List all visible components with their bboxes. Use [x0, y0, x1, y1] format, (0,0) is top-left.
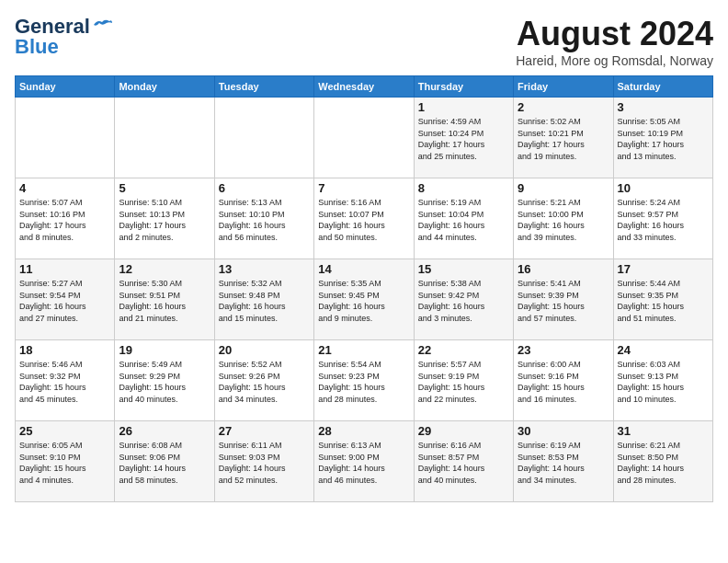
- day-number: 6: [219, 181, 310, 195]
- day-number: 10: [618, 181, 709, 195]
- day-cell: 5Sunrise: 5:10 AM Sunset: 10:13 PM Dayli…: [115, 178, 214, 259]
- day-number: 3: [618, 100, 709, 114]
- day-number: 18: [19, 343, 110, 357]
- day-cell: 7Sunrise: 5:16 AM Sunset: 10:07 PM Dayli…: [314, 178, 414, 259]
- day-cell: 8Sunrise: 5:19 AM Sunset: 10:04 PM Dayli…: [414, 178, 513, 259]
- day-details: Sunrise: 5:27 AM Sunset: 9:54 PM Dayligh…: [19, 278, 110, 324]
- day-cell: 22Sunrise: 5:57 AM Sunset: 9:19 PM Dayli…: [414, 340, 513, 421]
- day-details: Sunrise: 6:03 AM Sunset: 9:13 PM Dayligh…: [618, 359, 709, 405]
- day-cell: 31Sunrise: 6:21 AM Sunset: 8:50 PM Dayli…: [613, 421, 712, 502]
- day-details: Sunrise: 5:44 AM Sunset: 9:35 PM Dayligh…: [618, 278, 709, 324]
- weekday-header-thursday: Thursday: [414, 76, 513, 98]
- logo: General Blue: [15, 15, 112, 59]
- day-details: Sunrise: 4:59 AM Sunset: 10:24 PM Daylig…: [418, 116, 509, 162]
- day-number: 24: [618, 343, 709, 357]
- day-details: Sunrise: 5:49 AM Sunset: 9:29 PM Dayligh…: [119, 359, 210, 405]
- day-number: 9: [518, 181, 609, 195]
- day-cell: 18Sunrise: 5:46 AM Sunset: 9:32 PM Dayli…: [16, 340, 115, 421]
- day-details: Sunrise: 5:32 AM Sunset: 9:48 PM Dayligh…: [219, 278, 310, 324]
- day-number: 17: [618, 262, 709, 276]
- weekday-header-saturday: Saturday: [613, 76, 712, 98]
- day-cell: 21Sunrise: 5:54 AM Sunset: 9:23 PM Dayli…: [314, 340, 414, 421]
- day-details: Sunrise: 5:02 AM Sunset: 10:21 PM Daylig…: [518, 116, 609, 162]
- day-number: 22: [418, 343, 509, 357]
- day-cell: 27Sunrise: 6:11 AM Sunset: 9:03 PM Dayli…: [214, 421, 313, 502]
- day-details: Sunrise: 5:30 AM Sunset: 9:51 PM Dayligh…: [119, 278, 210, 324]
- day-details: Sunrise: 6:08 AM Sunset: 9:06 PM Dayligh…: [119, 440, 210, 486]
- day-cell: [314, 98, 414, 178]
- day-details: Sunrise: 5:05 AM Sunset: 10:19 PM Daylig…: [618, 116, 709, 162]
- week-row-4: 18Sunrise: 5:46 AM Sunset: 9:32 PM Dayli…: [16, 340, 713, 421]
- day-details: Sunrise: 5:46 AM Sunset: 9:32 PM Dayligh…: [19, 359, 110, 405]
- day-cell: 16Sunrise: 5:41 AM Sunset: 9:39 PM Dayli…: [514, 259, 613, 340]
- day-number: 11: [19, 262, 110, 276]
- month-year-title: August 2024: [516, 15, 713, 53]
- day-cell: 2Sunrise: 5:02 AM Sunset: 10:21 PM Dayli…: [514, 98, 613, 178]
- day-number: 20: [219, 343, 310, 357]
- day-cell: 13Sunrise: 5:32 AM Sunset: 9:48 PM Dayli…: [214, 259, 313, 340]
- day-cell: 15Sunrise: 5:38 AM Sunset: 9:42 PM Dayli…: [414, 259, 513, 340]
- weekday-header-monday: Monday: [115, 76, 214, 98]
- day-details: Sunrise: 5:07 AM Sunset: 10:16 PM Daylig…: [19, 197, 110, 243]
- day-details: Sunrise: 5:41 AM Sunset: 9:39 PM Dayligh…: [518, 278, 609, 324]
- day-cell: 29Sunrise: 6:16 AM Sunset: 8:57 PM Dayli…: [414, 421, 513, 502]
- day-details: Sunrise: 5:21 AM Sunset: 10:00 PM Daylig…: [518, 197, 609, 243]
- day-number: 5: [119, 181, 210, 195]
- day-number: 8: [418, 181, 509, 195]
- day-cell: 1Sunrise: 4:59 AM Sunset: 10:24 PM Dayli…: [414, 98, 513, 178]
- day-cell: 3Sunrise: 5:05 AM Sunset: 10:19 PM Dayli…: [613, 98, 712, 178]
- day-number: 2: [518, 100, 609, 114]
- day-number: 15: [418, 262, 509, 276]
- day-cell: 6Sunrise: 5:13 AM Sunset: 10:10 PM Dayli…: [214, 178, 313, 259]
- day-number: 28: [318, 424, 409, 438]
- day-number: 1: [418, 100, 509, 114]
- week-row-2: 4Sunrise: 5:07 AM Sunset: 10:16 PM Dayli…: [16, 178, 713, 259]
- day-details: Sunrise: 5:10 AM Sunset: 10:13 PM Daylig…: [119, 197, 210, 243]
- day-number: 16: [518, 262, 609, 276]
- day-details: Sunrise: 5:57 AM Sunset: 9:19 PM Dayligh…: [418, 359, 509, 405]
- logo-bird-icon: [92, 17, 112, 32]
- day-details: Sunrise: 6:19 AM Sunset: 8:53 PM Dayligh…: [518, 440, 609, 486]
- day-details: Sunrise: 5:52 AM Sunset: 9:26 PM Dayligh…: [219, 359, 310, 405]
- day-details: Sunrise: 6:21 AM Sunset: 8:50 PM Dayligh…: [618, 440, 709, 486]
- day-cell: 26Sunrise: 6:08 AM Sunset: 9:06 PM Dayli…: [115, 421, 214, 502]
- day-number: 12: [119, 262, 210, 276]
- day-details: Sunrise: 5:19 AM Sunset: 10:04 PM Daylig…: [418, 197, 509, 243]
- location-subtitle: Hareid, More og Romsdal, Norway: [516, 53, 713, 68]
- logo-blue: Blue: [15, 35, 59, 59]
- week-row-3: 11Sunrise: 5:27 AM Sunset: 9:54 PM Dayli…: [16, 259, 713, 340]
- week-row-1: 1Sunrise: 4:59 AM Sunset: 10:24 PM Dayli…: [16, 98, 713, 178]
- day-number: 19: [119, 343, 210, 357]
- day-cell: 12Sunrise: 5:30 AM Sunset: 9:51 PM Dayli…: [115, 259, 214, 340]
- day-details: Sunrise: 5:13 AM Sunset: 10:10 PM Daylig…: [219, 197, 310, 243]
- day-cell: 14Sunrise: 5:35 AM Sunset: 9:45 PM Dayli…: [314, 259, 414, 340]
- day-details: Sunrise: 6:16 AM Sunset: 8:57 PM Dayligh…: [418, 440, 509, 486]
- day-cell: 30Sunrise: 6:19 AM Sunset: 8:53 PM Dayli…: [514, 421, 613, 502]
- day-details: Sunrise: 5:54 AM Sunset: 9:23 PM Dayligh…: [318, 359, 409, 405]
- day-number: 25: [19, 424, 110, 438]
- week-row-5: 25Sunrise: 6:05 AM Sunset: 9:10 PM Dayli…: [16, 421, 713, 502]
- day-number: 26: [119, 424, 210, 438]
- day-cell: 9Sunrise: 5:21 AM Sunset: 10:00 PM Dayli…: [514, 178, 613, 259]
- day-number: 30: [518, 424, 609, 438]
- day-cell: 20Sunrise: 5:52 AM Sunset: 9:26 PM Dayli…: [214, 340, 313, 421]
- day-details: Sunrise: 6:00 AM Sunset: 9:16 PM Dayligh…: [518, 359, 609, 405]
- day-details: Sunrise: 6:11 AM Sunset: 9:03 PM Dayligh…: [219, 440, 310, 486]
- day-details: Sunrise: 6:05 AM Sunset: 9:10 PM Dayligh…: [19, 440, 110, 486]
- day-cell: [214, 98, 313, 178]
- day-cell: 28Sunrise: 6:13 AM Sunset: 9:00 PM Dayli…: [314, 421, 414, 502]
- day-details: Sunrise: 5:24 AM Sunset: 9:57 PM Dayligh…: [618, 197, 709, 243]
- day-cell: 24Sunrise: 6:03 AM Sunset: 9:13 PM Dayli…: [613, 340, 712, 421]
- day-details: Sunrise: 5:35 AM Sunset: 9:45 PM Dayligh…: [318, 278, 409, 324]
- day-number: 4: [19, 181, 110, 195]
- day-cell: 17Sunrise: 5:44 AM Sunset: 9:35 PM Dayli…: [613, 259, 712, 340]
- weekday-header-friday: Friday: [514, 76, 613, 98]
- calendar-table: SundayMondayTuesdayWednesdayThursdayFrid…: [15, 75, 713, 502]
- day-details: Sunrise: 5:38 AM Sunset: 9:42 PM Dayligh…: [418, 278, 509, 324]
- day-details: Sunrise: 6:13 AM Sunset: 9:00 PM Dayligh…: [318, 440, 409, 486]
- day-number: 14: [318, 262, 409, 276]
- day-number: 29: [418, 424, 509, 438]
- day-number: 7: [318, 181, 409, 195]
- day-cell: 19Sunrise: 5:49 AM Sunset: 9:29 PM Dayli…: [115, 340, 214, 421]
- day-number: 31: [618, 424, 709, 438]
